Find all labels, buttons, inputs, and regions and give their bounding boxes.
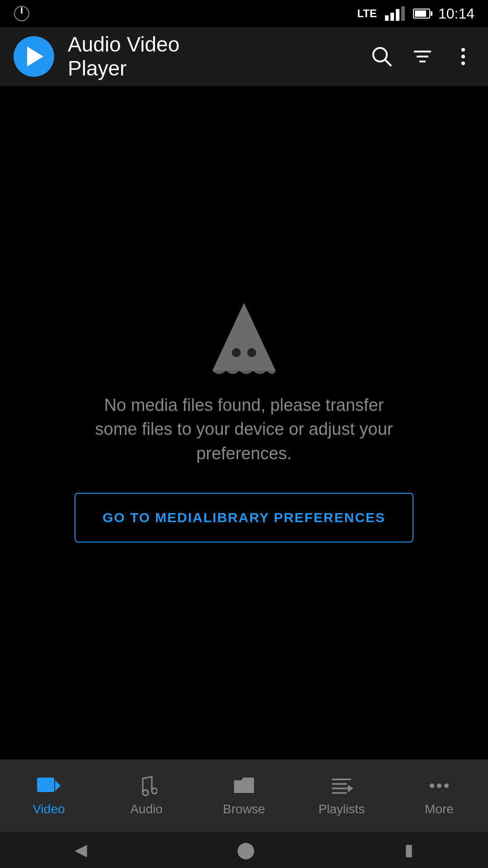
back-button[interactable]: ◀ [75,840,87,859]
svg-marker-18 [55,780,61,791]
app-title: Audio Video Player [68,33,357,80]
playlists-nav-label: Playlists [319,802,365,816]
svg-rect-4 [396,9,399,21]
svg-point-12 [461,55,465,58]
svg-point-13 [461,61,465,65]
audio-nav-label: Audio [130,802,163,816]
svg-point-16 [247,348,256,357]
playlists-nav-icon [330,775,353,797]
play-icon [27,47,43,66]
svg-rect-3 [390,13,394,21]
filter-button[interactable] [411,45,434,68]
svg-point-24 [430,783,434,788]
home-button[interactable]: ⬤ [237,840,255,859]
lte-label: LTE [357,7,377,20]
status-left [14,5,30,22]
empty-message: No media files found, please transfer so… [63,393,425,466]
svg-point-6 [373,48,387,61]
more-options-button[interactable] [452,45,474,68]
battery-icon [413,9,430,19]
signal-strength-icon [14,5,30,22]
main-content: No media files found, please transfer so… [0,86,488,760]
search-button[interactable] [371,45,393,68]
nav-item-audio[interactable]: Audio [98,760,195,832]
system-navigation-bar: ◀ ⬤ ▮ [0,832,488,868]
audio-nav-icon [136,775,157,797]
svg-rect-2 [385,15,389,21]
more-nav-icon [427,775,451,797]
vlc-cone-icon [208,298,280,380]
signal-bars-icon [385,6,405,21]
svg-point-15 [232,348,241,357]
more-nav-label: More [425,802,454,816]
svg-marker-23 [348,785,353,792]
video-nav-label: Video [33,802,65,816]
svg-marker-14 [212,303,276,371]
empty-state-icon [208,303,280,375]
recents-button[interactable]: ▮ [404,840,413,859]
browse-nav-icon [232,775,256,797]
svg-rect-17 [37,778,54,792]
app-logo [14,36,54,77]
svg-line-7 [385,60,391,66]
svg-point-26 [444,783,449,788]
search-icon [371,45,393,68]
svg-rect-5 [401,6,405,21]
nav-item-more[interactable]: More [390,760,488,832]
app-bar: Audio Video Player [0,27,488,86]
app-bar-actions [371,45,474,68]
status-bar: LTE 10:14 [0,0,488,27]
more-options-icon [452,45,474,68]
nav-item-browse[interactable]: Browse [195,760,293,832]
filter-icon [411,45,434,68]
svg-point-25 [437,783,441,788]
status-time: 10:14 [438,5,474,22]
browse-nav-label: Browse [223,802,265,816]
go-to-preferences-button[interactable]: GO TO MEDIALIBRARY PREFERENCES [75,493,413,542]
svg-point-11 [461,48,465,52]
nav-item-playlists[interactable]: Playlists [293,760,390,832]
bottom-navigation: Video Audio Browse Playlists More [0,760,488,832]
nav-item-video[interactable]: Video [0,760,98,832]
video-nav-icon [36,775,61,797]
